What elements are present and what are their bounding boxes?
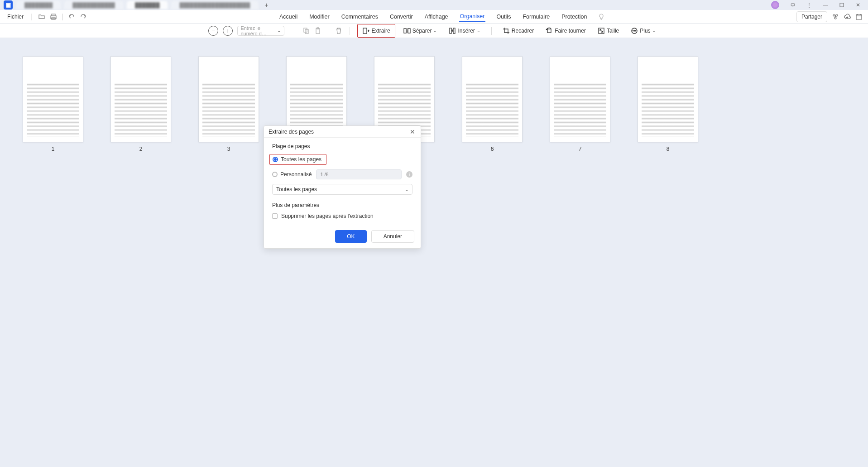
- title-bar: ▣ ████████ ████████████ ███████ ████████…: [0, 0, 868, 10]
- redo-icon[interactable]: [80, 13, 87, 20]
- menu-affichage[interactable]: Affichage: [424, 12, 449, 22]
- open-file-icon[interactable]: [38, 13, 45, 20]
- svg-rect-0: [791, 4, 795, 6]
- thumbnail-item[interactable]: 2: [110, 56, 171, 152]
- collaborate-icon[interactable]: [832, 13, 839, 20]
- rotate-button[interactable]: Faire tourner: [542, 25, 590, 36]
- svg-rect-1: [840, 3, 844, 7]
- thumbnail-number: 8: [667, 146, 670, 152]
- menu-modifier[interactable]: Modifier: [308, 12, 330, 22]
- thumbnail-item[interactable]: 8: [638, 56, 698, 152]
- insert-button[interactable]: Insérer ⌄: [445, 25, 484, 36]
- thumbnail-page: [198, 56, 259, 142]
- svg-rect-14: [404, 29, 406, 33]
- page-number-input[interactable]: Entrez le numéro d… ⌄: [237, 26, 284, 36]
- more-vertical-icon[interactable]: ⋮: [803, 0, 815, 10]
- zoom-out-button[interactable]: −: [208, 26, 218, 36]
- radio-all-pages[interactable]: Toutes les pages: [269, 154, 326, 165]
- document-tab[interactable]: ███████: [127, 1, 168, 9]
- share-button[interactable]: Partager: [796, 11, 827, 22]
- tabs-area: ████████ ████████████ ███████ ██████████…: [16, 0, 771, 10]
- delete-after-label: Supprimer les pages après l'extraction: [281, 213, 374, 219]
- app-logo-icon: ▣: [4, 0, 13, 10]
- chat-icon[interactable]: [786, 0, 799, 10]
- thumbnail-item[interactable]: 7: [550, 56, 610, 152]
- paste-page-icon[interactable]: [314, 27, 321, 34]
- svg-point-21: [633, 30, 633, 31]
- thumbnail-item[interactable]: 6: [462, 56, 523, 152]
- svg-rect-11: [316, 29, 320, 34]
- delete-page-icon[interactable]: [335, 27, 342, 34]
- split-icon: [403, 27, 411, 34]
- dialog-title: Extraire des pages: [269, 129, 314, 135]
- lightbulb-icon[interactable]: [598, 13, 605, 20]
- main-menu: Accueil Modifier Commentaires Convertir …: [87, 11, 796, 22]
- maximize-icon[interactable]: [835, 0, 848, 10]
- menu-convertir[interactable]: Convertir: [389, 12, 414, 22]
- cloud-upload-icon[interactable]: [844, 13, 851, 20]
- page-range-label: Plage de pages: [272, 143, 412, 149]
- zoom-in-button[interactable]: +: [223, 26, 233, 36]
- extract-pages-dialog: Extraire des pages ✕ Plage de pages Tout…: [264, 125, 421, 249]
- custom-range-input[interactable]: [316, 169, 402, 179]
- file-menu[interactable]: Fichier: [5, 13, 25, 21]
- size-icon: [598, 27, 605, 34]
- menu-outils[interactable]: Outils: [495, 12, 512, 22]
- more-button[interactable]: Plus ⌄: [627, 25, 659, 36]
- menu-formulaire[interactable]: Formulaire: [522, 12, 551, 22]
- delete-after-checkbox-row[interactable]: Supprimer les pages après l'extraction: [272, 213, 412, 219]
- rotate-icon: [546, 27, 553, 34]
- range-dropdown[interactable]: Toutes les pages ⌄: [272, 184, 412, 195]
- ai-assistant-icon[interactable]: [771, 1, 779, 9]
- split-label: Séparer: [412, 28, 432, 34]
- thumbnail-number: 1: [52, 146, 55, 152]
- info-icon[interactable]: i: [406, 171, 412, 178]
- extract-button[interactable]: Extraire: [357, 24, 395, 38]
- copy-page-icon[interactable]: [302, 27, 310, 34]
- document-tab[interactable]: ████████████: [64, 1, 123, 9]
- menu-accueil[interactable]: Accueil: [278, 12, 298, 22]
- menu-organiser[interactable]: Organiser: [459, 11, 486, 22]
- thumbnail-item[interactable]: 3: [198, 56, 259, 152]
- close-icon[interactable]: ✕: [409, 128, 416, 135]
- cancel-button[interactable]: Annuler: [371, 230, 414, 243]
- size-label: Taille: [607, 28, 619, 34]
- page-thumbnails-area: 1 2 3 4 5 6 7 8: [0, 38, 868, 170]
- undo-icon[interactable]: [68, 13, 75, 20]
- document-tab[interactable]: ████████████████████: [171, 1, 258, 9]
- checkbox-icon: [272, 213, 278, 219]
- thumbnail-page: [462, 56, 523, 142]
- size-button[interactable]: Taille: [594, 25, 623, 36]
- radio-custom[interactable]: Personnalisé: [272, 171, 312, 178]
- document-tab[interactable]: ████████: [16, 1, 61, 9]
- insert-label: Insérer: [458, 28, 475, 34]
- print-icon[interactable]: [50, 13, 57, 20]
- thumbnail-page: [638, 56, 698, 142]
- close-icon[interactable]: ✕: [852, 0, 864, 10]
- thumbnail-number: 3: [227, 146, 230, 152]
- ok-button[interactable]: OK: [335, 230, 366, 243]
- svg-rect-13: [363, 28, 367, 34]
- calendar-icon[interactable]: [855, 13, 863, 20]
- extract-label: Extraire: [371, 28, 390, 34]
- svg-rect-18: [547, 29, 551, 33]
- thumbnail-item[interactable]: 1: [23, 56, 83, 152]
- split-button[interactable]: Séparer ⌄: [400, 25, 441, 36]
- add-tab-button[interactable]: +: [262, 0, 271, 10]
- window-controls: ⋮ — ✕: [771, 0, 864, 10]
- svg-rect-8: [856, 14, 862, 19]
- svg-rect-16: [450, 28, 451, 34]
- crop-button[interactable]: Recadrer: [499, 25, 537, 36]
- svg-point-23: [635, 30, 636, 31]
- crop-label: Recadrer: [512, 28, 534, 34]
- radio-icon: [273, 157, 278, 162]
- menu-protection[interactable]: Protection: [561, 12, 588, 22]
- more-settings-label: Plus de paramètres: [272, 202, 412, 208]
- dropdown-value: Toutes les pages: [276, 186, 317, 193]
- minimize-icon[interactable]: —: [819, 0, 832, 10]
- crop-icon: [503, 27, 510, 34]
- menu-commentaires[interactable]: Commentaires: [340, 12, 379, 22]
- organize-toolbar: − + Entrez le numéro d… ⌄ Extraire Sépar…: [0, 24, 868, 38]
- svg-rect-17: [453, 28, 455, 34]
- page-placeholder: Entrez le numéro d…: [240, 25, 277, 36]
